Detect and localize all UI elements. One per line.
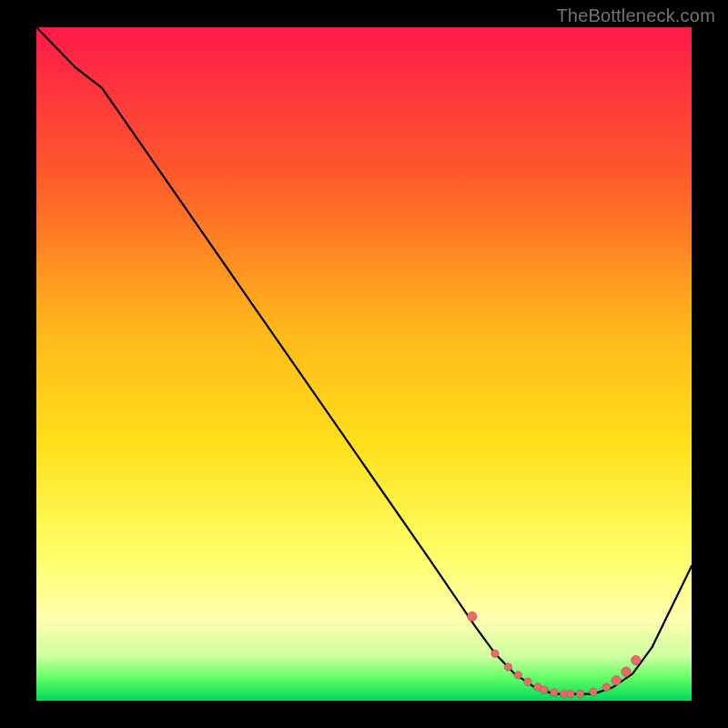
marker-point bbox=[514, 672, 521, 679]
marker-point bbox=[468, 612, 477, 621]
marker-point bbox=[612, 676, 621, 685]
highlighted-points bbox=[468, 612, 641, 698]
marker-point bbox=[541, 686, 548, 693]
marker-point bbox=[551, 689, 558, 696]
marker-point bbox=[632, 655, 641, 664]
watermark-text: TheBottleneck.com bbox=[556, 5, 715, 26]
bottleneck-curve bbox=[36, 27, 692, 694]
marker-point bbox=[491, 650, 499, 657]
chart-curve-layer bbox=[36, 27, 692, 701]
marker-point bbox=[622, 667, 631, 676]
marker-point bbox=[602, 683, 610, 691]
marker-point bbox=[576, 690, 583, 697]
marker-point bbox=[504, 663, 511, 671]
marker-point bbox=[590, 688, 597, 695]
marker-point bbox=[567, 690, 574, 697]
marker-point bbox=[524, 678, 531, 685]
chart-plot-area bbox=[36, 27, 692, 701]
